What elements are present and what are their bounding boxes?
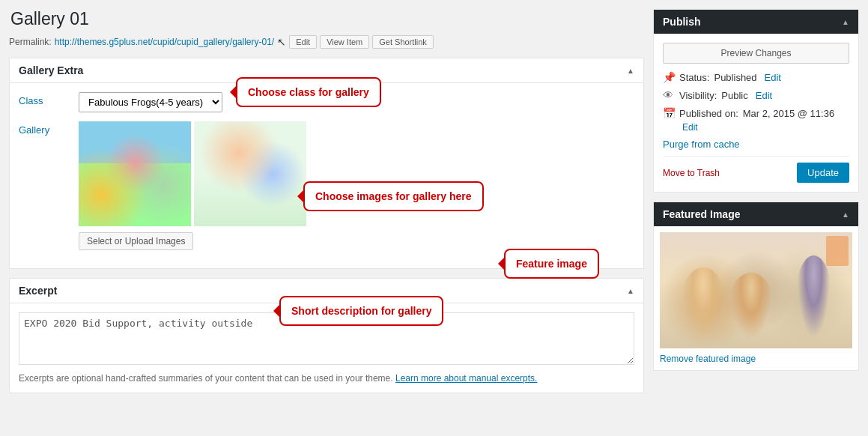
gallery-thumb-2[interactable] <box>194 121 306 226</box>
status-row: 📌 Status: Published Edit <box>663 71 849 83</box>
featured-image-chevron-icon: ▲ <box>842 211 849 219</box>
status-label: Status: <box>679 72 709 83</box>
remove-featured-image-link[interactable]: Remove featured image <box>660 354 756 364</box>
permalink-url[interactable]: http://themes.g5plus.net/cupid/cupid_gal… <box>55 37 275 47</box>
featured-image-header[interactable]: Featured Image ▲ <box>654 202 858 226</box>
gallery-extra-title: Gallery Extra <box>19 64 83 76</box>
update-button[interactable]: Update <box>797 163 849 183</box>
visibility-label: Visibility: <box>679 90 717 101</box>
publish-title: Publish <box>663 16 701 28</box>
excerpt-note: Excerpts are optional hand-crafted summa… <box>19 373 634 384</box>
permalink-bar: Permalink: http://themes.g5plus.net/cupi… <box>9 35 644 49</box>
visibility-edit-link[interactable]: Edit <box>756 90 772 101</box>
status-edit-link[interactable]: Edit <box>765 72 781 83</box>
gallery-extra-header[interactable]: Gallery Extra ▲ <box>10 58 643 83</box>
featured-image-display[interactable] <box>660 232 852 348</box>
published-row: 📅 Published on: Mar 2, 2015 @ 11:36 <box>663 107 849 119</box>
get-shortlink-button[interactable]: Get Shortlink <box>372 35 434 49</box>
status-value: Published <box>714 72 756 83</box>
publish-panel: Publish ▲ Preview Changes 📌 Status: Publ… <box>653 9 859 193</box>
publish-body: Preview Changes 📌 Status: Published Edit… <box>654 34 858 192</box>
move-trash-link[interactable]: Move to Trash <box>663 168 720 178</box>
sidebar: Publish ▲ Preview Changes 📌 Status: Publ… <box>653 9 859 402</box>
class-control: Fabulous Frogs(4-5 years) Class A Class … <box>79 92 634 112</box>
class-select[interactable]: Fabulous Frogs(4-5 years) Class A Class … <box>79 92 222 112</box>
preview-changes-button[interactable]: Preview Changes <box>663 43 849 64</box>
publish-chevron-icon: ▲ <box>842 18 849 26</box>
cursor-icon: ↖ <box>277 36 286 48</box>
gallery-images-container <box>79 121 634 226</box>
published-edit-row: Edit <box>679 122 849 133</box>
gallery-row: Gallery Select or Upload <box>19 121 634 250</box>
chevron-up-icon: ▲ <box>627 67 634 75</box>
published-label: Published on: <box>679 108 738 119</box>
status-icon: 📌 <box>663 71 675 83</box>
class-row: Class Fabulous Frogs(4-5 years) Class A … <box>19 92 634 112</box>
visibility-value: Public <box>721 90 747 101</box>
calendar-icon: 📅 <box>663 107 675 119</box>
excerpt-panel: Excerpt ▲ EXPO 2020 Bid Support, activit… <box>9 278 644 393</box>
permalink-label: Permalink: <box>9 37 52 47</box>
excerpt-textarea[interactable]: EXPO 2020 Bid Support, activity outside <box>19 312 634 365</box>
gallery-extra-panel: Gallery Extra ▲ Class Fabulous Frogs(4-5… <box>9 58 644 269</box>
excerpt-learn-more-link[interactable]: Learn more about manual excerpts. <box>395 373 537 384</box>
published-edit-link[interactable]: Edit <box>682 122 849 133</box>
publish-header[interactable]: Publish ▲ <box>654 10 858 34</box>
visibility-icon: 👁 <box>663 89 675 101</box>
gallery-label: Gallery <box>19 121 79 136</box>
class-label: Class <box>19 92 79 106</box>
publish-actions: Move to Trash Update <box>663 156 849 183</box>
page-title: Gallery 01 <box>9 9 644 29</box>
purge-cache-link[interactable]: Purge from cache <box>663 139 849 150</box>
gallery-control: Select or Upload Images <box>79 121 634 250</box>
gallery-extra-body: Class Fabulous Frogs(4-5 years) Class A … <box>10 83 643 268</box>
excerpt-title: Excerpt <box>19 285 57 297</box>
view-item-button[interactable]: View Item <box>320 35 369 49</box>
gallery-thumb-1[interactable] <box>79 121 191 226</box>
featured-image-body: Feature image Remove featured image <box>654 226 858 370</box>
edit-permalink-button[interactable]: Edit <box>289 35 317 49</box>
excerpt-header[interactable]: Excerpt ▲ <box>10 279 643 303</box>
featured-image-title: Featured Image <box>663 208 740 220</box>
excerpt-body: EXPO 2020 Bid Support, activity outside … <box>10 303 643 393</box>
excerpt-chevron-icon: ▲ <box>627 287 634 295</box>
published-date: Mar 2, 2015 @ 11:36 <box>743 108 834 119</box>
select-upload-button[interactable]: Select or Upload Images <box>79 232 193 250</box>
featured-image-panel: Featured Image ▲ Feature im <box>653 202 859 371</box>
visibility-row: 👁 Visibility: Public Edit <box>663 89 849 101</box>
